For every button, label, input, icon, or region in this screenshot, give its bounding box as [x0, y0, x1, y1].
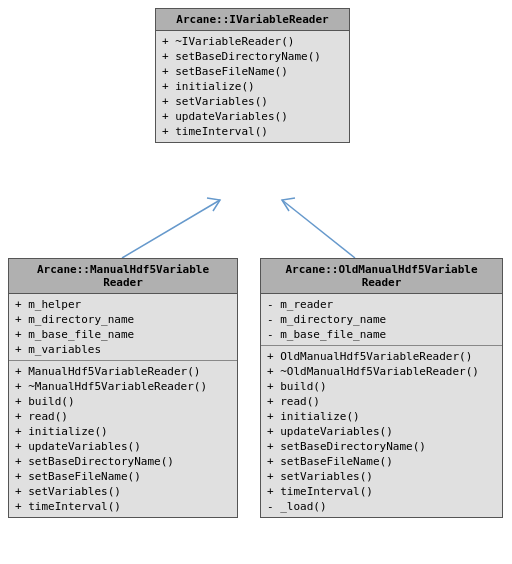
uml-row: + m_base_file_name [15, 327, 231, 342]
uml-row: + timeInterval() [162, 124, 343, 139]
child-left-title-line1: Arcane::ManualHdf5Variable [15, 263, 231, 276]
uml-row: + ~ManualHdf5VariableReader() [15, 379, 231, 394]
uml-row: + ManualHdf5VariableReader() [15, 364, 231, 379]
uml-row: + timeInterval() [267, 484, 496, 499]
uml-row: + setVariables() [15, 484, 231, 499]
uml-row: - m_directory_name [267, 312, 496, 327]
uml-row: + OldManualHdf5VariableReader() [267, 349, 496, 364]
child-left-class-title: Arcane::ManualHdf5Variable Reader [9, 259, 237, 294]
uml-row: + updateVariables() [267, 424, 496, 439]
child-left-title-line2: Reader [15, 276, 231, 289]
uml-row: + timeInterval() [15, 499, 231, 514]
uml-row: + initialize() [267, 409, 496, 424]
child-right-title-line2: Reader [267, 276, 496, 289]
child-right-class-box: Arcane::OldManualHdf5Variable Reader - m… [260, 258, 503, 518]
child-right-class-title: Arcane::OldManualHdf5Variable Reader [261, 259, 502, 294]
child-left-class-box: Arcane::ManualHdf5Variable Reader + m_he… [8, 258, 238, 518]
uml-row: + setBaseDirectoryName() [162, 49, 343, 64]
parent-class-name: Arcane::IVariableReader [176, 13, 328, 26]
uml-row: + read() [267, 394, 496, 409]
uml-row: + setBaseFileName() [15, 469, 231, 484]
uml-row: + build() [15, 394, 231, 409]
uml-row: + ~OldManualHdf5VariableReader() [267, 364, 496, 379]
uml-row: + m_helper [15, 297, 231, 312]
uml-row: + setBaseDirectoryName() [15, 454, 231, 469]
svg-line-0 [122, 200, 220, 258]
uml-row: + ~IVariableReader() [162, 34, 343, 49]
uml-row: + updateVariables() [162, 109, 343, 124]
uml-row: + initialize() [15, 424, 231, 439]
parent-methods-section: + ~IVariableReader()+ setBaseDirectoryNa… [156, 31, 349, 142]
child-left-members-section: + m_helper+ m_directory_name+ m_base_fil… [9, 294, 237, 361]
child-right-title-line1: Arcane::OldManualHdf5Variable [267, 263, 496, 276]
uml-row: + initialize() [162, 79, 343, 94]
uml-row: - _load() [267, 499, 496, 514]
child-right-members-section: - m_reader- m_directory_name- m_base_fil… [261, 294, 502, 346]
uml-row: + setBaseDirectoryName() [267, 439, 496, 454]
uml-row: + build() [267, 379, 496, 394]
child-left-methods-section: + ManualHdf5VariableReader()+ ~ManualHdf… [9, 361, 237, 517]
uml-row: - m_base_file_name [267, 327, 496, 342]
uml-row: + setBaseFileName() [267, 454, 496, 469]
child-right-methods-section: + OldManualHdf5VariableReader()+ ~OldMan… [261, 346, 502, 517]
uml-row: + m_variables [15, 342, 231, 357]
parent-class-box: Arcane::IVariableReader + ~IVariableRead… [155, 8, 350, 143]
uml-row: - m_reader [267, 297, 496, 312]
uml-row: + read() [15, 409, 231, 424]
parent-class-title: Arcane::IVariableReader [156, 9, 349, 31]
diagram-container: Arcane::IVariableReader + ~IVariableRead… [0, 0, 512, 564]
svg-line-1 [282, 200, 355, 258]
uml-row: + m_directory_name [15, 312, 231, 327]
uml-row: + updateVariables() [15, 439, 231, 454]
uml-row: + setBaseFileName() [162, 64, 343, 79]
uml-row: + setVariables() [162, 94, 343, 109]
uml-row: + setVariables() [267, 469, 496, 484]
